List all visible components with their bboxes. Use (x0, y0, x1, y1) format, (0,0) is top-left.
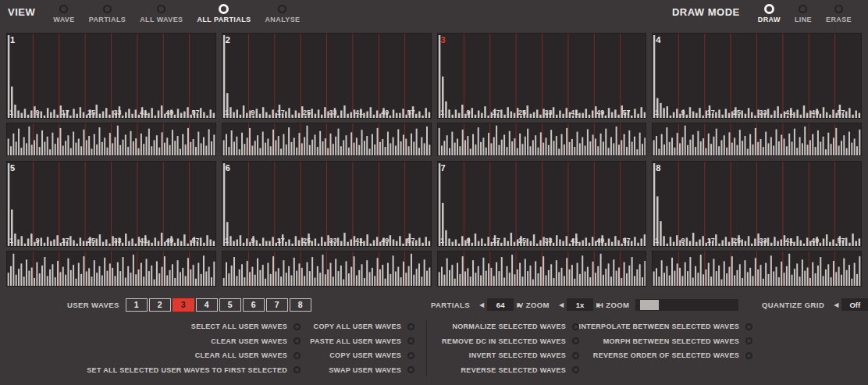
v-zoom-value[interactable]: 1x (567, 298, 593, 311)
partials-spectrum-panel-6[interactable]: 619172533414957 (222, 161, 432, 247)
action-button-icon[interactable] (407, 323, 414, 330)
action-reverse-selected-waves[interactable]: REVERSE SELECTED WAVES (461, 363, 579, 378)
user-wave-button-2[interactable]: 2 (149, 298, 171, 312)
action-label: PASTE ALL USER WAVES (310, 337, 401, 345)
svg-text:9: 9 (251, 109, 254, 116)
waveform-strip-1[interactable] (6, 123, 216, 156)
quantize-grid-value[interactable]: Off (841, 298, 868, 311)
action-copy-user-waves[interactable]: COPY USER WAVES (329, 348, 414, 363)
svg-text:41: 41 (570, 237, 578, 244)
user-wave-panel-group-6: 619172533414957 (222, 161, 432, 287)
svg-text:33: 33 (329, 109, 336, 116)
action-remove-dc-in-selected-waves[interactable]: REMOVE DC IN SELECTED WAVES (442, 334, 579, 349)
svg-text:41: 41 (355, 109, 363, 116)
user-wave-panel-group-2: 219172533414957 (222, 33, 432, 156)
action-button-icon[interactable] (407, 366, 414, 373)
svg-text:57: 57 (838, 237, 845, 244)
action-clear-all-user-waves[interactable]: CLEAR ALL USER WAVES (195, 348, 301, 363)
action-invert-selected-waves[interactable]: INVERT SELECTED WAVES (469, 348, 579, 363)
action-button-icon[interactable] (293, 323, 301, 330)
draw-mode-label: DRAW MODE (672, 5, 740, 18)
action-button-icon[interactable] (293, 337, 301, 344)
action-normalize-selected-waves[interactable]: NORMALIZE SELECTED WAVES (452, 319, 579, 334)
draw-mode-option-draw[interactable]: DRAW (758, 5, 781, 23)
view-options: WAVEPARTIALSALL WAVESALL PARTIALSANALYSE (46, 5, 307, 23)
h-zoom-slider-handle[interactable] (640, 300, 659, 310)
waveform-strip-5[interactable] (6, 251, 216, 287)
partials-bar-chart: 19172533414957 (438, 34, 646, 118)
action-button-icon[interactable] (293, 352, 301, 359)
partials-spectrum-panel-2[interactable]: 219172533414957 (222, 33, 432, 119)
svg-text:1: 1 (655, 237, 659, 244)
waveform-strip-8[interactable] (652, 251, 862, 287)
partials-spectrum-panel-3[interactable]: 319172533414957 (437, 33, 647, 119)
svg-text:49: 49 (812, 109, 820, 116)
action-morph-between-selected-waves[interactable]: MORPH BETWEEN SELECTED WAVES (603, 334, 752, 349)
svg-text:33: 33 (114, 109, 122, 116)
view-label: VIEW (8, 5, 35, 18)
svg-text:25: 25 (733, 237, 741, 244)
waveform-strip-6[interactable] (222, 251, 432, 287)
partials-spectrum-panel-1[interactable]: 119172533414957 (6, 33, 216, 119)
action-reverse-order-of-selected-waves[interactable]: REVERSE ORDER OF SELECTED WAVES (593, 348, 752, 363)
view-option-partials[interactable]: PARTIALS (89, 5, 126, 23)
view-option-all-partials[interactable]: ALL PARTIALS (197, 5, 251, 23)
action-button-icon[interactable] (293, 366, 301, 373)
h-zoom-slider[interactable] (635, 299, 738, 311)
draw-mode-option-erase[interactable]: ERASE (826, 5, 852, 23)
action-clear-user-waves[interactable]: CLEAR USER WAVES (211, 334, 301, 349)
radio-label: ERASE (826, 16, 852, 23)
radio-label: ALL WAVES (140, 16, 183, 23)
user-wave-button-6[interactable]: 6 (243, 298, 265, 312)
partials-value[interactable]: 64 (487, 298, 514, 311)
partials-bar-chart: 19172533414957 (222, 34, 431, 118)
action-column-copy-paste: COPY ALL USER WAVESPASTE ALL USER WAVESC… (310, 319, 414, 377)
svg-text:1: 1 (655, 109, 659, 116)
waveform-strip-3[interactable] (437, 123, 647, 156)
svg-text:17: 17 (277, 237, 285, 244)
draw-mode-option-line[interactable]: LINE (795, 5, 812, 23)
user-wave-panel-group-3: 319172533414957 (437, 33, 647, 156)
quantize-grid-decrement-arrow-icon[interactable]: ◀ (834, 301, 838, 308)
action-button-icon[interactable] (407, 352, 414, 359)
user-wave-button-4[interactable]: 4 (196, 298, 218, 312)
partials-spectrum-panel-4[interactable]: 419172533414957 (652, 33, 862, 119)
partials-spectrum-panel-8[interactable]: 819172533414957 (652, 161, 862, 247)
waveform-strip-7[interactable] (437, 251, 647, 287)
partials-decrement-arrow-icon[interactable]: ◀ (479, 301, 484, 308)
action-paste-all-user-waves[interactable]: PASTE ALL USER WAVES (310, 334, 414, 349)
waveform-strip-4[interactable] (652, 123, 862, 156)
user-wave-button-3[interactable]: 3 (173, 298, 194, 312)
partials-bar-chart: 19172533414957 (7, 34, 215, 118)
action-set-all-selected-user-waves-to-first-selected[interactable]: SET ALL SELECTED USER WAVES TO FIRST SEL… (87, 363, 301, 378)
user-wave-button-8[interactable]: 8 (290, 298, 311, 312)
action-button-icon[interactable] (572, 366, 579, 373)
action-label: COPY ALL USER WAVES (314, 323, 401, 330)
v-zoom-decrement-arrow-icon[interactable]: ◀ (559, 301, 564, 308)
view-option-wave[interactable]: WAVE (53, 5, 74, 23)
action-swap-user-waves[interactable]: SWAP USER WAVES (329, 363, 414, 378)
partials-spectrum-panel-5[interactable]: 519172533414957 (6, 161, 216, 247)
svg-text:9: 9 (466, 109, 470, 116)
user-wave-button-5[interactable]: 5 (219, 298, 241, 312)
svg-text:33: 33 (114, 237, 122, 244)
partials-spectrum-panel-7[interactable]: 719172533414957 (437, 161, 647, 247)
action-column-wave-ops: NORMALIZE SELECTED WAVESREMOVE DC IN SEL… (442, 319, 579, 377)
action-button-icon[interactable] (407, 337, 414, 344)
view-option-all-waves[interactable]: ALL WAVES (140, 5, 183, 23)
view-option-analyse[interactable]: ANALYSE (265, 5, 300, 23)
waveform-bar-chart (438, 123, 646, 155)
actions-area: SELECT ALL USER WAVESCLEAR USER WAVESCLE… (0, 319, 868, 379)
user-wave-button-7[interactable]: 7 (266, 298, 288, 312)
action-copy-all-user-waves[interactable]: COPY ALL USER WAVES (314, 319, 414, 334)
waveform-strip-2[interactable] (222, 123, 432, 156)
action-select-all-user-waves[interactable]: SELECT ALL USER WAVES (191, 319, 301, 334)
panel-number: 1 (10, 35, 15, 45)
action-interpolate-between-selected-waves[interactable]: INTERPOLATE BETWEEN SELECTED WAVES (579, 319, 752, 334)
action-button-icon[interactable] (745, 323, 752, 330)
svg-text:25: 25 (87, 109, 95, 116)
action-button-icon[interactable] (745, 337, 752, 344)
partials-bar-chart: 19172533414957 (438, 162, 646, 246)
user-wave-button-1[interactable]: 1 (126, 298, 148, 312)
action-button-icon[interactable] (745, 352, 752, 359)
